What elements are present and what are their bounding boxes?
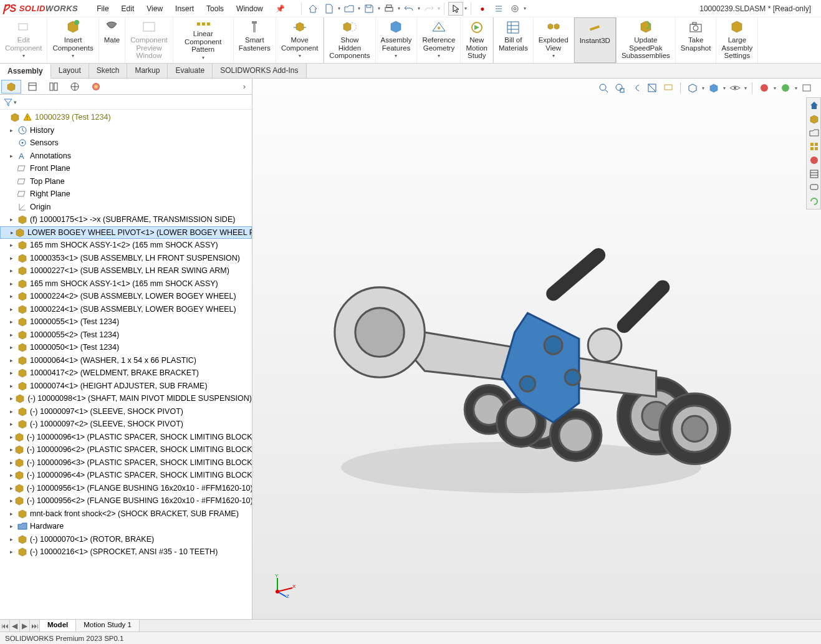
insert-components-button[interactable]: InsertComponents▾ — [47, 17, 98, 63]
tab-evaluate[interactable]: Evaluate — [168, 64, 213, 78]
print-icon[interactable] — [382, 2, 396, 16]
undo-icon[interactable] — [401, 2, 416, 16]
linear-pattern-button[interactable]: Linear ComponentPattern▾ — [173, 17, 234, 63]
configuration-tab-icon[interactable] — [44, 80, 64, 94]
expander-icon[interactable]: ▸ — [10, 370, 16, 376]
menu-view[interactable]: View — [140, 2, 169, 16]
expander-icon[interactable]: ▸ — [10, 536, 16, 542]
view-tab-motion-study[interactable]: Motion Study 1 — [76, 620, 140, 632]
hide-show-icon[interactable] — [728, 81, 742, 95]
tab-nav-next-icon[interactable]: ▶ — [20, 620, 30, 632]
component-preview-button[interactable]: ComponentPreviewWindow — [125, 17, 173, 63]
sw-resources-icon[interactable] — [808, 99, 820, 112]
tree-top-plane[interactable]: Top Plane — [0, 175, 252, 188]
expander-icon[interactable]: ▸ — [10, 242, 16, 248]
tree-component[interactable]: ▸10000064<1> (WASHER, 1 x 54 x 66 PLASTI… — [0, 354, 252, 367]
zoom-area-icon[interactable] — [613, 81, 627, 95]
bom-button[interactable]: Bill ofMaterials — [494, 17, 534, 63]
tree-component[interactable]: ▸(-) 10000070<1> (ROTOR, BRAKE) — [0, 533, 252, 546]
edit-component-button[interactable]: EditComponent▾ — [0, 17, 47, 63]
zoom-fit-icon[interactable] — [597, 81, 610, 95]
tab-layout[interactable]: Layout — [51, 64, 89, 78]
property-manager-tab-icon[interactable] — [22, 80, 42, 94]
tree-component[interactable]: ▸10000227<1> (SUB ASSEMBLY, LH REAR SWIN… — [0, 264, 252, 277]
tree-history[interactable]: ▸History — [0, 124, 252, 137]
menu-file[interactable]: File — [90, 2, 115, 16]
exploded-view-button[interactable]: ExplodedView▾ — [534, 17, 574, 63]
menu-edit[interactable]: Edit — [115, 2, 141, 16]
tree-component[interactable]: ▸10000224<1> (SUB ASSMEBLY, LOWER BOGEY … — [0, 303, 252, 316]
view-settings-icon[interactable] — [800, 81, 814, 95]
expander-icon[interactable]: ▸ — [10, 267, 16, 274]
expander-icon[interactable]: ▸ — [10, 408, 16, 415]
file-explorer-icon[interactable] — [808, 127, 820, 139]
select-tool-icon[interactable] — [448, 2, 463, 16]
take-snapshot-button[interactable]: TakeSnapshot — [676, 17, 717, 63]
expander-icon[interactable]: ▸ — [10, 216, 16, 223]
custom-props-icon[interactable] — [808, 168, 820, 180]
expander-icon[interactable]: ▸ — [10, 153, 16, 159]
tab-sketch[interactable]: Sketch — [89, 64, 128, 78]
tree-component[interactable]: ▸(-) 10000096<4> (PLASTIC SPACER, SHOCK … — [0, 469, 252, 482]
tree-component[interactable]: ▸(-) 10000097<1> (SLEEVE, SHOCK PIVOT) — [0, 405, 252, 418]
tab-markup[interactable]: Markup — [127, 64, 168, 78]
tree-component[interactable]: ▸(-) 10000956<1> (FLANGE BUSHING 16x20x1… — [0, 482, 252, 495]
expander-icon[interactable]: ▸ — [10, 434, 13, 440]
update-speedpak-button[interactable]: UpdateSpeedPakSubassemblies — [617, 17, 676, 63]
show-hidden-button[interactable]: ShowHiddenComponents — [324, 17, 375, 63]
menu-tools[interactable]: Tools — [200, 2, 230, 16]
tree-component[interactable]: ▸LOWER BOGEY WHEEL PIVOT<1> (LOWER BOGEY… — [0, 226, 252, 239]
tree-folder[interactable]: ▸Hardware — [0, 520, 252, 533]
panel-expand-icon[interactable]: › — [238, 82, 251, 91]
tab-nav-first-icon[interactable]: ⏮ — [0, 620, 10, 632]
instant3d-button[interactable]: Instant3D — [574, 17, 616, 63]
tree-origin[interactable]: Origin — [0, 201, 252, 214]
new-icon[interactable] — [322, 2, 337, 16]
graphics-viewport[interactable]: ▾ ▾ ▾ ▾ ▾ — [252, 79, 821, 619]
expander-icon[interactable]: ▸ — [10, 549, 16, 555]
tree-component[interactable]: ▸10000074<1> (HEIGHT ADJUSTER, SUB FRAME… — [0, 380, 252, 393]
tab-solidworks-add-ins[interactable]: SOLIDWORKS Add-Ins — [213, 64, 306, 78]
view-palette-icon[interactable] — [808, 140, 820, 153]
tree-sensors[interactable]: Sensors — [0, 137, 252, 150]
expander-icon[interactable]: ▸ — [10, 255, 16, 261]
appearances-icon[interactable] — [808, 154, 820, 166]
expander-icon[interactable]: ▸ — [10, 319, 16, 325]
redo-icon[interactable] — [421, 2, 436, 16]
tree-component[interactable]: ▸(-) 10000216<1> (SPROCKET, ANSI #35 - 1… — [0, 545, 252, 559]
tree-component[interactable]: ▸10000353<1> (SUB ASSEMBLY, LH FRONT SUS… — [0, 252, 252, 265]
previous-view-icon[interactable] — [629, 81, 643, 95]
design-library-icon[interactable] — [808, 113, 820, 125]
expander-icon[interactable]: ▸ — [10, 459, 13, 466]
display-manager-tab-icon[interactable] — [86, 80, 106, 94]
options-list-icon[interactable] — [491, 2, 506, 16]
display-style-icon[interactable] — [707, 81, 721, 95]
view-orientation-icon[interactable] — [686, 81, 699, 95]
expander-icon[interactable]: ▸ — [10, 446, 13, 453]
expander-icon[interactable]: ▸ — [10, 281, 16, 287]
expander-icon[interactable]: ▸ — [10, 523, 16, 529]
tab-assembly[interactable]: Assembly — [0, 64, 51, 79]
view-tab-model[interactable]: Model — [40, 620, 76, 632]
expander-icon[interactable]: ▸ — [10, 332, 16, 338]
filter-row[interactable]: ▾ — [0, 95, 252, 110]
tree-annotations[interactable]: ▸AAnnotations — [0, 150, 252, 163]
tree-component[interactable]: ▸165 mm SHOCK ASSY-1<2> (165 mm SHOCK AS… — [0, 239, 252, 252]
tree-component[interactable]: ▸(-) 10000096<3> (PLASTIC SPACER, SHOCK … — [0, 456, 252, 469]
smart-fasteners-button[interactable]: SmartFasteners — [234, 17, 276, 63]
apply-scene-icon[interactable] — [779, 81, 792, 95]
settings-gear-icon[interactable] — [507, 2, 522, 16]
tree-component[interactable]: ▸(-) 10000096<1> (PLASTIC SPACER, SHOCK … — [0, 431, 252, 444]
forum-icon[interactable] — [808, 181, 820, 194]
tree-right-plane[interactable]: Right Plane — [0, 188, 252, 201]
expander-icon[interactable]: ▸ — [10, 383, 16, 389]
home-icon[interactable] — [305, 2, 320, 16]
tree-front-plane[interactable]: Front Plane — [0, 162, 252, 175]
tree-component[interactable]: ▸10000417<2> (WELDMENT, BRAKE BRACKET) — [0, 367, 252, 380]
move-component-button[interactable]: MoveComponent▾ — [276, 17, 324, 63]
tab-nav-last-icon[interactable]: ⏭ — [30, 620, 40, 632]
expander-icon[interactable]: ▸ — [10, 306, 16, 312]
tree-component[interactable]: ▸(-) 10000097<2> (SLEEVE, SHOCK PIVOT) — [0, 418, 252, 431]
open-icon[interactable] — [342, 2, 357, 16]
save-icon[interactable] — [362, 2, 377, 16]
